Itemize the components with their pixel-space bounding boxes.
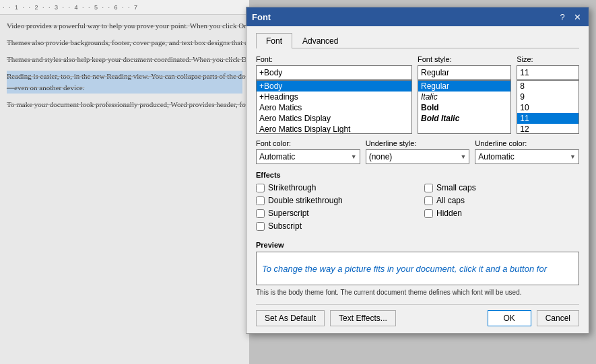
underline-color-value: Automatic xyxy=(478,152,514,161)
font-list[interactable]: +Body +Headings Aero Matics Aero Matics … xyxy=(256,80,412,134)
double-strikethrough-row: Double strikethrough xyxy=(256,196,411,205)
preview-section: Preview To change the way a picture fits… xyxy=(256,241,579,297)
text-effects-button[interactable]: Text Effects... xyxy=(330,310,396,326)
size-list[interactable]: 8 9 10 11 12 xyxy=(517,80,579,134)
set-as-default-button[interactable]: Set As Default xyxy=(256,310,325,326)
bottom-row: Set As Default Text Effects... OK Cancel xyxy=(256,304,579,326)
tab-advanced[interactable]: Advanced xyxy=(292,33,348,48)
doc-paragraph-highlight: Reading·is·easier,·too,·in·the·new·Readi… xyxy=(7,71,242,94)
font-list-item-aero-display[interactable]: Aero Matics Display xyxy=(257,113,411,124)
subscript-row: Subscript xyxy=(256,221,411,231)
underline-color-label: Underline color: xyxy=(475,139,579,147)
size-label: Size: xyxy=(517,55,579,63)
underline-color-arrow: ▼ xyxy=(570,153,576,160)
ruler: · · 1 · · 2 · · 3 · · 4 · · 5 · · 6 · · … xyxy=(0,0,249,15)
font-list-item-headings[interactable]: +Headings xyxy=(257,92,411,102)
underline-color-col: Underline color: Automatic ▼ xyxy=(475,139,579,164)
size-9[interactable]: 9 xyxy=(517,92,578,102)
style-field-col: Font style: Regular Italic Bold Bold Ita… xyxy=(418,55,511,134)
strikethrough-checkbox[interactable] xyxy=(256,184,265,192)
size-11[interactable]: 11 xyxy=(517,113,578,124)
preview-label: Preview xyxy=(256,241,579,249)
underline-style-value: (none) xyxy=(369,152,393,161)
font-color-label: Font color: xyxy=(256,139,360,147)
effects-section: Effects Strikethrough Double strikethrou… xyxy=(256,171,579,234)
effects-grid: Strikethrough Double strikethrough Super… xyxy=(256,183,579,234)
font-color-select[interactable]: Automatic ▼ xyxy=(256,149,360,164)
subscript-checkbox[interactable] xyxy=(256,222,265,231)
double-strikethrough-label: Double strikethrough xyxy=(268,196,343,205)
font-color-col: Font color: Automatic ▼ xyxy=(256,139,360,164)
font-input[interactable] xyxy=(256,65,412,80)
size-8[interactable]: 8 xyxy=(517,81,578,92)
font-list-item-body[interactable]: +Body xyxy=(257,81,411,92)
cancel-button[interactable]: Cancel xyxy=(537,310,579,326)
title-bar: Font ? ✕ xyxy=(246,7,589,26)
tab-font[interactable]: Font xyxy=(256,33,292,48)
effects-label: Effects xyxy=(256,171,579,179)
small-caps-row: Small caps xyxy=(424,183,579,192)
underline-style-select[interactable]: (none) ▼ xyxy=(366,149,470,164)
doc-paragraph-5: To·make·your·document·look·professionall… xyxy=(7,99,242,110)
hidden-checkbox[interactable] xyxy=(424,209,433,218)
ruler-marks: · · 1 · · 2 · · 3 · · 4 · · 5 · · 6 · · … xyxy=(3,4,139,11)
size-field-col: Size: 8 9 10 11 12 xyxy=(517,55,579,134)
strikethrough-row: Strikethrough xyxy=(256,183,411,192)
all-caps-checkbox[interactable] xyxy=(424,196,433,205)
font-color-arrow: ▼ xyxy=(351,153,357,160)
tabs: Font Advanced xyxy=(256,33,579,48)
color-row: Font color: Automatic ▼ Underline style:… xyxy=(256,139,579,164)
double-strikethrough-checkbox[interactable] xyxy=(256,196,265,205)
style-list-italic[interactable]: Italic xyxy=(418,92,510,102)
underline-color-select[interactable]: Automatic ▼ xyxy=(475,149,579,164)
dialog-overlay: Font ? ✕ Font Advanced Font: +Body xyxy=(246,0,596,364)
preview-box: To change the way a picture fits in your… xyxy=(256,252,579,285)
doc-paragraph-3: Themes·and·styles·also·help·keep·your·do… xyxy=(7,54,242,65)
superscript-checkbox[interactable] xyxy=(256,209,265,218)
preview-info: This is the body theme font. The current… xyxy=(256,288,579,297)
size-12[interactable]: 12 xyxy=(517,124,578,134)
small-caps-label: Small caps xyxy=(436,183,476,192)
underline-style-arrow: ▼ xyxy=(460,153,466,160)
doc-paragraph-1: Video·provides·a·powerful·way·to·help·yo… xyxy=(7,20,242,32)
document-content: Video·provides·a·powerful·way·to·help·yo… xyxy=(0,15,249,121)
dialog-title: Font xyxy=(252,12,271,22)
subscript-label: Subscript xyxy=(268,221,302,231)
style-list[interactable]: Regular Italic Bold Bold Italic xyxy=(418,80,511,134)
style-list-bold[interactable]: Bold xyxy=(418,102,510,113)
title-bar-controls: ? ✕ xyxy=(556,11,583,23)
dialog-body: Font Advanced Font: +Body +Headings Aero… xyxy=(246,26,589,333)
size-10[interactable]: 10 xyxy=(517,102,578,113)
ok-button[interactable]: OK xyxy=(488,310,531,326)
superscript-row: Superscript xyxy=(256,209,411,218)
style-list-regular[interactable]: Regular xyxy=(418,81,510,92)
doc-paragraph-2: Themes·also·provide·backgrounds,·footer,… xyxy=(7,37,242,48)
document-background: · · 1 · · 2 · · 3 · · 4 · · 5 · · 6 · · … xyxy=(0,0,249,364)
preview-text: To change the way a picture fits in your… xyxy=(262,264,547,274)
help-button[interactable]: ? xyxy=(556,11,568,23)
all-caps-label: All caps xyxy=(436,196,465,205)
all-caps-row: All caps xyxy=(424,196,579,205)
superscript-label: Superscript xyxy=(268,209,309,218)
small-caps-checkbox[interactable] xyxy=(424,184,433,192)
effects-col-right: Small caps All caps Hidden xyxy=(424,183,579,234)
font-color-value: Automatic xyxy=(259,152,295,161)
underline-style-col: Underline style: (none) ▼ xyxy=(366,139,470,164)
font-field-col: Font: +Body +Headings Aero Matics Aero M… xyxy=(256,55,412,134)
effects-col-left: Strikethrough Double strikethrough Super… xyxy=(256,183,411,234)
style-input[interactable] xyxy=(418,65,511,80)
font-label: Font: xyxy=(256,55,412,63)
strikethrough-label: Strikethrough xyxy=(268,183,316,192)
font-list-item-aero-display-light[interactable]: Aero Matics Display Light xyxy=(257,124,411,134)
close-button[interactable]: ✕ xyxy=(571,11,583,23)
style-list-bold-italic[interactable]: Bold Italic xyxy=(418,113,510,124)
underline-style-label: Underline style: xyxy=(366,139,470,147)
font-dialog: Font ? ✕ Font Advanced Font: +Body xyxy=(246,7,589,334)
font-list-item-aero[interactable]: Aero Matics xyxy=(257,102,411,113)
font-fields-row: Font: +Body +Headings Aero Matics Aero M… xyxy=(256,55,579,134)
style-label: Font style: xyxy=(418,55,511,63)
hidden-label: Hidden xyxy=(436,209,462,218)
size-input[interactable] xyxy=(517,65,579,80)
hidden-row: Hidden xyxy=(424,209,579,218)
